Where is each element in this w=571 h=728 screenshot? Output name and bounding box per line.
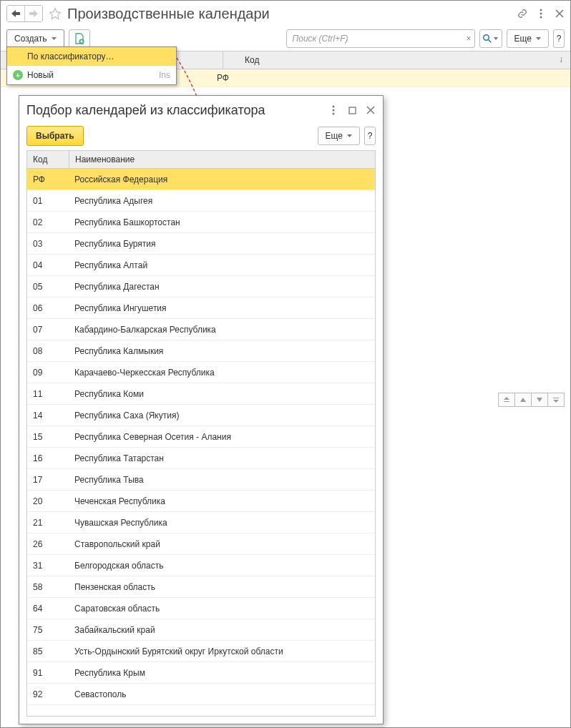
row-name: Республика Тыва	[69, 475, 375, 485]
list-item[interactable]: 04Республика Алтай	[27, 255, 375, 276]
nav-forward-button[interactable]	[24, 6, 42, 21]
popup-col-code[interactable]: Код	[27, 151, 69, 168]
close-icon[interactable]	[555, 9, 565, 19]
row-name: Саратовская область	[69, 604, 375, 614]
row-name: Республика Алтай	[69, 260, 375, 270]
row-name: Республика Татарстан	[69, 453, 375, 463]
new-doc-button[interactable]	[69, 29, 90, 48]
row-code: 91	[27, 668, 69, 678]
dropdown-item-by-classifier[interactable]: По классификатору…	[7, 47, 176, 66]
link-icon[interactable]	[517, 9, 527, 19]
row-code: РФ	[210, 69, 570, 87]
list-item[interactable]: 85Усть-Ордынский Бурятский округ Иркутск…	[27, 641, 375, 662]
search-button[interactable]	[479, 29, 502, 48]
shortcut-hint: Ins	[159, 70, 170, 80]
kebab-icon[interactable]	[536, 9, 546, 19]
list-item[interactable]: 20Чеченская Республика	[27, 491, 375, 512]
row-name: Кабардино-Балкарская Республика	[69, 325, 375, 335]
row-name: Республика Крым	[69, 668, 375, 678]
sort-arrow-icon: ↓	[559, 54, 563, 64]
row-code: 04	[27, 260, 69, 270]
list-item[interactable]: 26Ставропольский край	[27, 533, 375, 555]
row-code: 02	[27, 217, 69, 227]
chevron-down-icon	[347, 134, 352, 137]
popup-col-name[interactable]: Наименование	[69, 151, 375, 168]
chevron-down-icon	[536, 37, 541, 40]
svg-point-2	[540, 16, 542, 19]
svg-point-7	[333, 113, 335, 115]
scroll-last-button[interactable]	[548, 393, 565, 407]
maximize-icon[interactable]	[347, 105, 357, 115]
row-code: 20	[27, 496, 69, 506]
list-item[interactable]: 02Республика Башкортостан	[27, 212, 375, 233]
list-item[interactable]: 01Республика Адыгея	[27, 190, 375, 212]
row-name: Республика Дагестан	[69, 282, 375, 292]
favorite-star-icon[interactable]	[47, 6, 63, 21]
scroll-first-button[interactable]	[498, 393, 515, 407]
svg-point-4	[484, 35, 489, 41]
help-button[interactable]: ?	[553, 29, 565, 48]
popup-help-button[interactable]: ?	[364, 127, 376, 145]
list-item[interactable]: 05Республика Дагестан	[27, 276, 375, 297]
list-item[interactable]: 91Республика Крым	[27, 662, 375, 684]
list-item[interactable]: 21Чувашская Республика	[27, 512, 375, 533]
kebab-icon[interactable]	[328, 105, 338, 115]
list-item[interactable]: 14Республика Саха (Якутия)	[27, 405, 375, 426]
main-window: Производственные календари Создать Поис	[0, 0, 571, 728]
nav-group	[6, 5, 43, 22]
list-item[interactable]: 75Забайкальский край	[27, 619, 375, 641]
row-code: РФ	[27, 174, 69, 185]
list-item[interactable]: 11Республика Коми	[27, 383, 375, 405]
svg-point-5	[333, 106, 335, 108]
list-item[interactable]: РФРоссийская Федерация	[27, 169, 375, 190]
row-code: 15	[27, 432, 69, 442]
svg-point-6	[333, 109, 335, 112]
row-name: Республика Ингушетия	[69, 303, 375, 313]
scroll-controls	[498, 393, 565, 407]
list-item[interactable]: 64Саратовская область	[27, 598, 375, 619]
popup-more-button[interactable]: Еще	[318, 127, 360, 145]
row-code: 92	[27, 689, 69, 699]
row-name: Ставропольский край	[69, 539, 375, 549]
col-header-code[interactable]: Код ↓	[223, 51, 570, 69]
svg-rect-8	[349, 107, 356, 114]
list-item[interactable]: 16Республика Татарстан	[27, 448, 375, 469]
list-item[interactable]: 58Пензенская область	[27, 576, 375, 598]
titlebar: Производственные календари	[1, 1, 570, 26]
select-button[interactable]: Выбрать	[26, 126, 84, 146]
row-code: 08	[27, 346, 69, 356]
list-item[interactable]: 06Республика Ингушетия	[27, 297, 375, 319]
list-item[interactable]: 15Республика Северная Осетия - Алания	[27, 426, 375, 448]
row-code: 14	[27, 410, 69, 420]
popup-table: Код Наименование РФРоссийская Федерация0…	[26, 150, 376, 717]
list-item[interactable]: 17Республика Тыва	[27, 469, 375, 491]
scroll-down-button[interactable]	[532, 393, 548, 407]
list-item[interactable]: 08Республика Калмыкия	[27, 340, 375, 362]
more-button[interactable]: Еще	[507, 29, 549, 48]
create-button-label: Создать	[14, 34, 47, 44]
list-item[interactable]: 09Карачаево-Черкесская Республика	[27, 362, 375, 383]
item-label: По классификатору…	[27, 51, 114, 62]
row-name: Усть-Ордынский Бурятский округ Иркутской…	[69, 646, 375, 656]
row-code: 06	[27, 303, 69, 313]
search-input[interactable]: Поиск (Ctrl+F) ×	[286, 29, 475, 48]
list-item[interactable]: 92Севастополь	[27, 684, 375, 705]
row-name: Севастополь	[69, 689, 375, 699]
window-title: Производственные календари	[67, 6, 517, 22]
row-name: Пензенская область	[69, 582, 375, 592]
list-item[interactable]: 03Республика Бурятия	[27, 233, 375, 255]
more-label: Еще	[514, 34, 532, 44]
row-name: Карачаево-Черкесская Республика	[69, 368, 375, 378]
row-code: 17	[27, 475, 69, 485]
dropdown-item-new[interactable]: + Новый Ins	[7, 66, 176, 84]
row-name: Республика Коми	[69, 389, 375, 399]
select-label: Выбрать	[36, 131, 74, 141]
create-dropdown: По классификатору… + Новый Ins	[6, 46, 177, 85]
close-icon[interactable]	[366, 105, 376, 115]
list-item[interactable]: 07Кабардино-Балкарская Республика	[27, 319, 375, 340]
search-clear-icon[interactable]: ×	[467, 34, 472, 44]
nav-back-button[interactable]	[7, 6, 24, 21]
create-button[interactable]: Создать	[6, 29, 64, 48]
list-item[interactable]: 31Белгородская область	[27, 555, 375, 576]
scroll-up-button[interactable]	[515, 393, 532, 407]
